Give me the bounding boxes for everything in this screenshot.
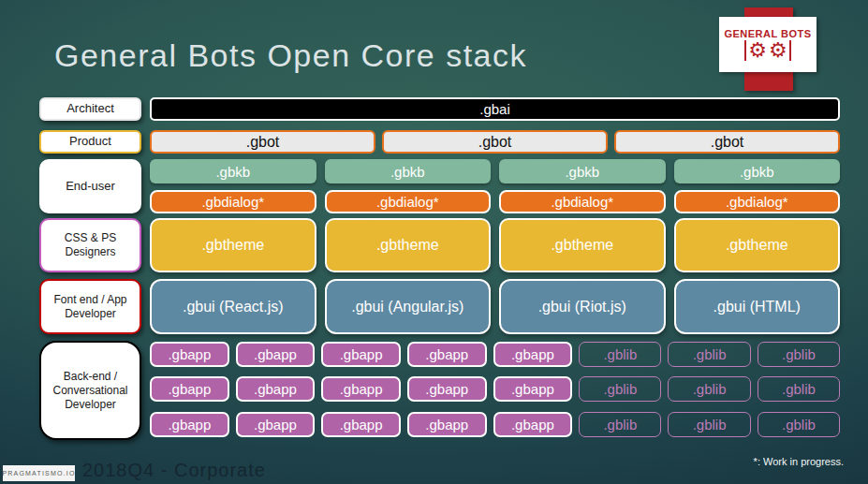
gbapp-box: .gbapp bbox=[407, 376, 487, 402]
gbapp-box: .gbapp bbox=[321, 412, 401, 437]
role-label-front-end-app-developer: Font end / App Developer bbox=[39, 279, 141, 334]
gblib-box: .gblib bbox=[668, 376, 750, 402]
gbapp-box: .gbapp bbox=[321, 342, 401, 367]
logo-wordmark: GENERAL BOTS bbox=[724, 28, 811, 39]
gbapp-box: .gbapp bbox=[493, 412, 573, 437]
gbapp-box: .gbapp bbox=[236, 376, 316, 402]
slide: General Bots Open Core stack GENERAL BOT… bbox=[0, 0, 868, 484]
role-text: CSS & PS Designers bbox=[46, 231, 135, 259]
gbot-box: .gbot bbox=[614, 130, 840, 154]
gblib-box: .gblib bbox=[758, 342, 840, 367]
role-label-architect: Architect bbox=[39, 97, 141, 121]
role-label-back-end-conversational-developer: Back-end / Conversational Developer bbox=[39, 341, 141, 440]
page-title: General Bots Open Core stack bbox=[54, 37, 527, 74]
pragmatismo-logo: PRAGMATISMO.IO bbox=[3, 465, 75, 481]
gbtheme-box: .gbtheme bbox=[674, 218, 841, 272]
row-gbapp-3: .gbapp .gbapp .gbapp .gbapp .gbapp .gbli… bbox=[150, 412, 840, 437]
work-in-progress-note: *: Work in progress. bbox=[754, 456, 844, 467]
gbapp-box: .gbapp bbox=[493, 376, 573, 402]
row-gbot: .gbot .gbot .gbot bbox=[150, 130, 840, 154]
role-label-end-user: End-user bbox=[39, 159, 141, 213]
gbai-box: .gbai bbox=[150, 97, 840, 121]
row-gbui: .gbui (React.js) .gbui (Angular.js) .gbu… bbox=[150, 279, 840, 334]
row-gbapp-2: .gbapp .gbapp .gbapp .gbapp .gbapp .gbli… bbox=[150, 376, 840, 402]
row-gbapp-1: .gbapp .gbapp .gbapp .gbapp .gbapp .gbli… bbox=[150, 342, 840, 367]
gear-icon: ⚙ bbox=[769, 40, 787, 61]
gbdialog-box: .gbdialog* bbox=[674, 190, 841, 213]
gbapp-box: .gbapp bbox=[407, 412, 487, 437]
role-text: Back-end / Conversational Developer bbox=[46, 370, 135, 412]
gblib-box: .gblib bbox=[758, 376, 840, 402]
role-label-css-ps-designers: CSS & PS Designers bbox=[39, 218, 141, 272]
gbapp-box: .gbapp bbox=[236, 342, 316, 367]
footer-edition-text: 2018Q4 - Corporate bbox=[82, 460, 266, 481]
gbapp-box: .gbapp bbox=[407, 342, 487, 367]
role-label-product: Product bbox=[39, 130, 141, 154]
gbui-react-box: .gbui (React.js) bbox=[150, 279, 316, 334]
gbkb-box: .gbkb bbox=[150, 159, 316, 183]
row-gbdialog: .gbdialog* .gbdialog* .gbdialog* .gbdial… bbox=[150, 190, 840, 213]
gbdialog-box: .gbdialog* bbox=[325, 190, 492, 213]
gbdialog-box: .gbdialog* bbox=[150, 190, 316, 213]
gbkb-box: .gbkb bbox=[499, 159, 666, 183]
row-gbai: .gbai bbox=[150, 97, 840, 121]
gblib-box: .gblib bbox=[579, 412, 661, 437]
gblib-box: .gblib bbox=[579, 376, 661, 402]
gbtheme-box: .gbtheme bbox=[325, 218, 492, 272]
gbapp-box: .gbapp bbox=[321, 376, 401, 402]
role-text: End-user bbox=[66, 179, 115, 194]
gbot-box: .gbot bbox=[382, 130, 608, 154]
gear-bar-right-icon bbox=[789, 40, 792, 61]
gblib-box: .gblib bbox=[579, 342, 661, 367]
role-text: Architect bbox=[66, 101, 114, 116]
gbui-riot-box: .gbui (Riot.js) bbox=[499, 279, 666, 334]
gblib-box: .gblib bbox=[758, 412, 840, 437]
gbtheme-box: .gbtheme bbox=[150, 218, 316, 272]
gbot-box: .gbot bbox=[150, 130, 375, 154]
gbkb-box: .gbkb bbox=[325, 159, 492, 183]
gbapp-box: .gbapp bbox=[150, 412, 229, 437]
gbdialog-box: .gbdialog* bbox=[499, 190, 666, 213]
gears-icon: ⚙⚙ bbox=[744, 40, 791, 61]
gbapp-box: .gbapp bbox=[493, 342, 573, 367]
gbtheme-box: .gbtheme bbox=[499, 218, 666, 272]
gblib-box: .gblib bbox=[668, 412, 750, 437]
gbapp-box: .gbapp bbox=[150, 342, 229, 367]
gear-bar-left-icon bbox=[744, 40, 747, 61]
gear-icon: ⚙ bbox=[748, 40, 767, 61]
gbapp-box: .gbapp bbox=[236, 412, 316, 437]
role-text: Font end / App Developer bbox=[46, 293, 135, 321]
gbui-html-box: .gbui (HTML) bbox=[674, 279, 841, 334]
role-text: Product bbox=[69, 134, 111, 149]
row-gbtheme: .gbtheme .gbtheme .gbtheme .gbtheme bbox=[150, 218, 840, 272]
row-gbkb: .gbkb .gbkb .gbkb .gbkb bbox=[150, 159, 840, 183]
gbkb-box: .gbkb bbox=[674, 159, 841, 183]
gblib-box: .gblib bbox=[668, 342, 750, 367]
general-bots-logo: GENERAL BOTS ⚙⚙ bbox=[719, 17, 817, 72]
gbapp-box: .gbapp bbox=[150, 376, 229, 402]
gbui-angular-box: .gbui (Angular.js) bbox=[325, 279, 492, 334]
